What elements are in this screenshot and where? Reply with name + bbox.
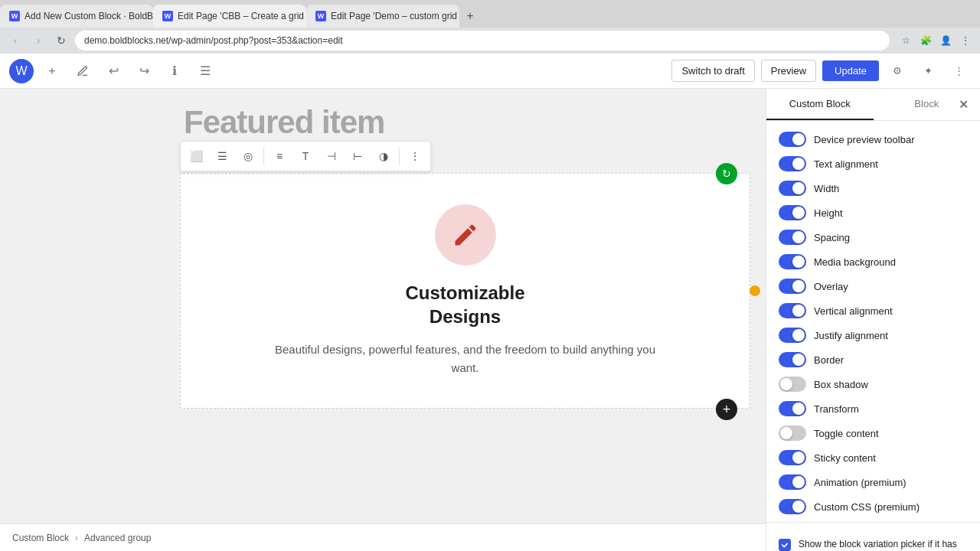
toggle-label-border: Border xyxy=(814,354,968,366)
toggle-row-box-shadow: Box shadow xyxy=(766,372,980,396)
profile-icon[interactable]: 👤 xyxy=(937,32,954,49)
toggle-switch-transform[interactable] xyxy=(779,401,806,416)
toggle-switch-text-alignment[interactable] xyxy=(779,156,806,171)
toggle-label-justify-alignment: Justify alignment xyxy=(814,330,968,341)
toggle-switch-height[interactable] xyxy=(779,205,806,220)
forward-button[interactable]: › xyxy=(29,31,47,50)
sidebar-scroll-area[interactable]: Device preview toolbarText alignmentWidt… xyxy=(766,121,980,551)
undo-icon[interactable]: ↩ xyxy=(101,59,126,83)
star-icon[interactable]: ✦ xyxy=(916,59,940,83)
toggle-label-sticky-content: Sticky content xyxy=(814,452,968,464)
toggle-switch-overlay[interactable] xyxy=(779,279,806,294)
main-layout: Featured item ⬜ ☰ ◎ ≡ T ⊣ ⊢ ◑ ⋮ ↻ xyxy=(0,89,980,551)
breadcrumb-item-1[interactable]: Custom Block xyxy=(12,533,69,543)
show-variation-checkbox[interactable] xyxy=(779,539,791,551)
toggle-row-border: Border xyxy=(766,347,980,372)
address-text: demo.boldblocks.net/wp-admin/post.php?po… xyxy=(84,35,343,46)
switch-to-draft-button[interactable]: Switch to draft xyxy=(671,60,754,82)
toggle-row-height: Height xyxy=(766,201,980,225)
breadcrumb: Custom Block › Advanced group xyxy=(0,523,766,551)
sidebar-checkboxes-section: Show the block variation picker if it ha… xyxy=(766,522,980,551)
toggle-switch-border[interactable] xyxy=(779,352,806,367)
preview-button[interactable]: Preview xyxy=(761,60,816,82)
sidebar-tabs: Custom Block Block ✕ xyxy=(766,89,980,121)
add-new-icon[interactable]: + xyxy=(40,59,64,83)
toggle-switch-animation-premium[interactable] xyxy=(779,474,806,490)
toggle-rows: Device preview toolbarText alignmentWidt… xyxy=(766,127,980,519)
toolbar-block-type-btn[interactable]: ⬜ xyxy=(184,144,208,168)
page-title: Featured item xyxy=(184,104,766,141)
new-tab-button[interactable]: + xyxy=(459,5,481,27)
tab-2-label: Edit Page 'CBB – Create a grid –… xyxy=(178,11,306,21)
toolbar-text-btn[interactable]: T xyxy=(293,144,318,168)
show-variation-label: Show the block variation picker if it ha… xyxy=(799,538,968,551)
content-block: ↻ CustomizableDesigns Beautiful designs,… xyxy=(180,173,750,409)
toggle-label-animation-premium: Animation (premium) xyxy=(814,477,968,488)
toolbar-justify-btn[interactable]: ≡ xyxy=(267,144,292,168)
reload-button[interactable]: ↻ xyxy=(52,31,70,50)
toggle-label-height: Height xyxy=(814,207,968,219)
toggle-row-media-background: Media background xyxy=(766,249,980,274)
toggle-switch-device-preview[interactable] xyxy=(779,132,806,147)
toggle-label-toggle-content: Toggle content xyxy=(814,428,968,439)
toggle-label-width: Width xyxy=(814,183,968,194)
toggle-label-spacing: Spacing xyxy=(814,232,968,243)
toolbar-align-btn[interactable]: ☰ xyxy=(210,144,234,168)
toggle-switch-box-shadow[interactable] xyxy=(779,377,806,392)
block-toolbar: ⬜ ☰ ◎ ≡ T ⊣ ⊢ ◑ ⋮ xyxy=(180,141,431,171)
content-area: Featured item ⬜ ☰ ◎ ≡ T ⊣ ⊢ ◑ ⋮ ↻ xyxy=(0,89,766,551)
tools-icon[interactable] xyxy=(70,59,95,83)
bookmark-icon[interactable]: ☆ xyxy=(897,32,914,49)
toggle-row-justify-alignment: Justify alignment xyxy=(766,323,980,347)
block-drag-handle[interactable] xyxy=(750,285,760,296)
kebab-menu-icon[interactable]: ⋮ xyxy=(946,59,971,83)
toggle-switch-width[interactable] xyxy=(779,181,806,196)
browser-tab-2[interactable]: W Edit Page 'CBB – Create a grid –… ✕ xyxy=(153,5,306,28)
extension-icon[interactable]: 🧩 xyxy=(917,32,934,49)
tab-1-favicon: W xyxy=(9,11,20,21)
wp-admin-bar: W + ↩ ↪ ℹ ☰ Switch to draft Preview Upda… xyxy=(0,54,980,89)
toggle-switch-toggle-content[interactable] xyxy=(779,425,806,441)
tab-3-favicon: W xyxy=(315,11,326,21)
tab-custom-block[interactable]: Custom Block xyxy=(766,89,874,120)
toggle-switch-custom-css-premium[interactable] xyxy=(779,499,806,514)
page-title-area: Featured item xyxy=(0,89,766,148)
more-icon[interactable]: ⋮ xyxy=(957,32,974,49)
toggle-switch-sticky-content[interactable] xyxy=(779,450,806,465)
toggle-label-custom-css-premium: Custom CSS (premium) xyxy=(814,501,968,513)
back-button[interactable]: ‹ xyxy=(6,31,24,50)
address-bar[interactable]: demo.boldblocks.net/wp-admin/post.php?po… xyxy=(75,31,890,51)
toggle-switch-spacing[interactable] xyxy=(779,230,806,245)
sidebar-close-button[interactable]: ✕ xyxy=(952,94,974,116)
toggle-switch-vertical-alignment[interactable] xyxy=(779,303,806,318)
browser-tab-3[interactable]: W Edit Page 'Demo – custom grid … ✕ xyxy=(306,5,459,28)
toolbar-right-align-btn[interactable]: ⊢ xyxy=(345,144,370,168)
toolbar-circle-btn[interactable]: ◎ xyxy=(236,144,260,168)
toggle-row-width: Width xyxy=(766,176,980,201)
update-button[interactable]: Update xyxy=(822,60,879,81)
block-add-button[interactable]: + xyxy=(716,399,737,420)
toggle-label-device-preview: Device preview toolbar xyxy=(814,134,968,145)
breadcrumb-item-2[interactable]: Advanced group xyxy=(84,533,151,543)
toggle-row-spacing: Spacing xyxy=(766,225,980,249)
toolbar-more-btn[interactable]: ⋮ xyxy=(403,144,427,168)
redo-icon[interactable]: ↪ xyxy=(132,59,156,83)
browser-tab-1[interactable]: W Add New Custom Block · BoldBl… ✕ xyxy=(0,5,153,28)
block-rotate-button[interactable]: ↻ xyxy=(716,163,737,184)
block-heading: CustomizableDesigns xyxy=(405,281,524,328)
info-icon[interactable]: ℹ xyxy=(162,59,187,83)
toggle-row-sticky-content: Sticky content xyxy=(766,445,980,470)
toolbar-left-align-btn[interactable]: ⊣ xyxy=(319,144,344,168)
list-view-icon[interactable]: ☰ xyxy=(193,59,217,83)
toggle-row-vertical-alignment: Vertical alignment xyxy=(766,298,980,323)
tab-1-label: Add New Custom Block · BoldBl… xyxy=(24,11,153,21)
toggle-switch-media-background[interactable] xyxy=(779,254,806,269)
toolbar-separator-2 xyxy=(399,147,400,165)
toggle-row-text-alignment: Text alignment xyxy=(766,152,980,176)
toggle-label-transform: Transform xyxy=(814,403,968,415)
toolbar-contrast-btn[interactable]: ◑ xyxy=(371,144,396,168)
settings-icon[interactable]: ⚙ xyxy=(885,59,910,83)
toggle-switch-justify-alignment[interactable] xyxy=(779,328,806,343)
toggle-label-text-alignment: Text alignment xyxy=(814,158,968,170)
toggle-label-media-background: Media background xyxy=(814,256,968,268)
